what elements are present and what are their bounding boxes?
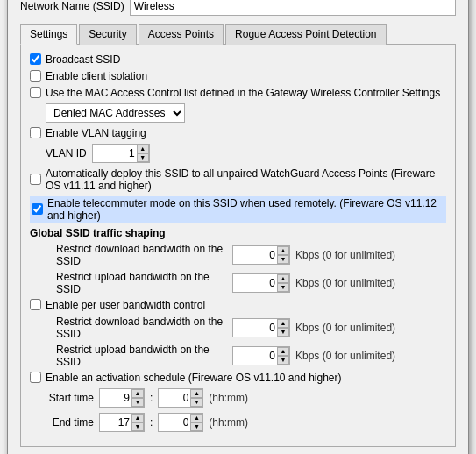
- end-hour-up-btn[interactable]: ▲: [131, 414, 144, 422]
- vlan-tagging-checkbox[interactable]: [30, 127, 41, 138]
- start-min-btns: ▲ ▼: [190, 389, 202, 407]
- start-hour-down-btn[interactable]: ▼: [131, 398, 144, 407]
- start-min-down-btn[interactable]: ▼: [190, 398, 202, 407]
- end-hour-btns: ▲ ▼: [131, 414, 144, 431]
- start-min-spinner: ▲ ▼: [158, 388, 203, 408]
- end-min-down-btn[interactable]: ▼: [190, 422, 202, 431]
- vlan-tagging-label: Enable VLAN tagging: [46, 127, 146, 139]
- global-download-unit: Kbps (0 for unlimited): [295, 249, 395, 261]
- end-hour-down-btn[interactable]: ▼: [131, 422, 144, 431]
- tabs: Settings Security Access Points Rogue Ac…: [20, 23, 456, 45]
- global-upload-up-btn[interactable]: ▲: [277, 274, 289, 283]
- telecommuter-row: Enable telecommuter mode on this SSID wh…: [30, 196, 446, 223]
- global-upload-input[interactable]: [233, 274, 277, 292]
- global-download-label: Restrict download bandwidth on the SSID: [56, 243, 227, 267]
- activation-schedule-row: Enable an activation schedule (Fireware …: [30, 372, 446, 384]
- user-upload-down-btn[interactable]: ▼: [277, 356, 289, 365]
- user-upload-btns: ▲ ▼: [277, 347, 289, 365]
- vlan-spinner: ▲ ▼: [92, 144, 150, 163]
- global-download-input[interactable]: [233, 246, 277, 264]
- vlan-id-label: VLAN ID: [46, 147, 87, 160]
- start-time-row: Start time ▲ ▼ : ▲ ▼ (hh:mm): [46, 388, 446, 408]
- start-time-label: Start time: [46, 392, 94, 404]
- client-isolation-label: Enable client isolation: [46, 70, 147, 82]
- dialog-body: Network Name (SSID) Settings Security Ac…: [8, 0, 468, 454]
- per-user-bandwidth-row: Enable per user bandwidth control: [30, 299, 446, 311]
- start-hour-btns: ▲ ▼: [131, 389, 144, 407]
- auto-deploy-row: Automatically deploy this SSID to all un…: [30, 167, 446, 192]
- mac-access-checkbox[interactable]: [30, 87, 41, 98]
- per-user-bandwidth-checkbox[interactable]: [30, 299, 41, 310]
- auto-deploy-label: Automatically deploy this SSID to all un…: [46, 167, 446, 192]
- start-min-up-btn[interactable]: ▲: [190, 389, 202, 398]
- broadcast-ssid-row: Broadcast SSID: [30, 53, 446, 66]
- client-isolation-checkbox[interactable]: [30, 70, 41, 82]
- tab-rogue[interactable]: Rogue Access Point Detection: [225, 24, 386, 45]
- global-download-down-btn[interactable]: ▼: [277, 255, 289, 264]
- global-upload-down-btn[interactable]: ▼: [277, 283, 289, 292]
- vlan-id-input[interactable]: [93, 145, 137, 162]
- tab-content-settings: Broadcast SSID Enable client isolation U…: [20, 45, 456, 447]
- mac-access-row: Use the MAC Access Control list defined …: [30, 87, 446, 99]
- user-upload-input[interactable]: [233, 347, 277, 365]
- activation-schedule-label: Enable an activation schedule (Fireware …: [46, 372, 342, 384]
- start-hour-spinner: ▲ ▼: [99, 388, 145, 408]
- tab-security[interactable]: Security: [79, 24, 136, 45]
- end-time-separator: :: [150, 416, 153, 429]
- broadcast-ssid-checkbox[interactable]: [30, 53, 41, 65]
- global-download-up-btn[interactable]: ▲: [277, 246, 289, 255]
- edit-ssid-dialog: W Edit SSID × Network Name (SSID) Settin…: [7, 0, 469, 454]
- vlan-up-btn[interactable]: ▲: [137, 145, 149, 153]
- start-time-unit: (hh:mm): [209, 392, 248, 404]
- global-download-btns: ▲ ▼: [277, 246, 289, 264]
- end-min-input[interactable]: [159, 414, 190, 431]
- end-time-label: End time: [46, 416, 94, 429]
- network-name-row: Network Name (SSID): [20, 0, 456, 16]
- network-name-label: Network Name (SSID): [20, 0, 124, 12]
- auto-deploy-checkbox[interactable]: [30, 174, 41, 185]
- end-hour-spinner: ▲ ▼: [99, 413, 145, 432]
- global-upload-unit: Kbps (0 for unlimited): [295, 277, 395, 289]
- telecommuter-checkbox[interactable]: [32, 203, 43, 215]
- vlan-spinner-btns: ▲ ▼: [137, 145, 149, 162]
- user-upload-up-btn[interactable]: ▲: [277, 347, 289, 356]
- user-download-row: Restrict download bandwidth on the SSID …: [56, 316, 446, 340]
- global-download-spinner: ▲ ▼: [232, 245, 290, 265]
- tab-access-points[interactable]: Access Points: [139, 24, 224, 45]
- end-min-up-btn[interactable]: ▲: [190, 414, 202, 422]
- user-download-unit: Kbps (0 for unlimited): [295, 322, 395, 334]
- per-user-bandwidth-label: Enable per user bandwidth control: [46, 299, 205, 311]
- user-download-label: Restrict download bandwidth on the SSID: [56, 316, 227, 340]
- vlan-id-row: VLAN ID ▲ ▼: [46, 144, 446, 163]
- user-download-up-btn[interactable]: ▲: [277, 319, 289, 328]
- mac-dropdown-row: Denied MAC Addresses: [46, 103, 446, 123]
- end-min-spinner: ▲ ▼: [158, 413, 203, 432]
- client-isolation-row: Enable client isolation: [30, 70, 446, 82]
- user-upload-unit: Kbps (0 for unlimited): [295, 350, 395, 362]
- end-hour-input[interactable]: [100, 414, 131, 431]
- global-upload-btns: ▲ ▼: [277, 274, 289, 292]
- end-min-btns: ▲ ▼: [190, 414, 202, 431]
- tab-settings[interactable]: Settings: [20, 24, 77, 45]
- global-upload-row: Restrict upload bandwidth on the SSID ▲ …: [56, 271, 446, 295]
- start-time-separator: :: [150, 392, 153, 404]
- vlan-tagging-row: Enable VLAN tagging: [30, 127, 446, 139]
- global-upload-label: Restrict upload bandwidth on the SSID: [56, 271, 227, 295]
- telecommuter-label: Enable telecommuter mode on this SSID wh…: [47, 197, 444, 222]
- start-hour-up-btn[interactable]: ▲: [131, 389, 144, 398]
- user-upload-label: Restrict upload bandwidth on the SSID: [56, 344, 227, 368]
- mac-dropdown[interactable]: Denied MAC Addresses: [46, 103, 185, 123]
- user-upload-spinner: ▲ ▼: [232, 346, 290, 365]
- user-download-input[interactable]: [233, 319, 277, 337]
- user-download-down-btn[interactable]: ▼: [277, 328, 289, 337]
- mac-access-label: Use the MAC Access Control list defined …: [46, 87, 440, 99]
- start-min-input[interactable]: [159, 389, 190, 407]
- network-name-input[interactable]: [130, 0, 456, 16]
- global-traffic-header: Global SSID traffic shaping: [30, 227, 446, 239]
- start-hour-input[interactable]: [100, 389, 131, 407]
- vlan-down-btn[interactable]: ▼: [137, 153, 149, 162]
- global-download-row: Restrict download bandwidth on the SSID …: [56, 243, 446, 267]
- activation-schedule-checkbox[interactable]: [30, 372, 41, 383]
- end-time-unit: (hh:mm): [209, 416, 248, 429]
- global-upload-spinner: ▲ ▼: [232, 273, 290, 293]
